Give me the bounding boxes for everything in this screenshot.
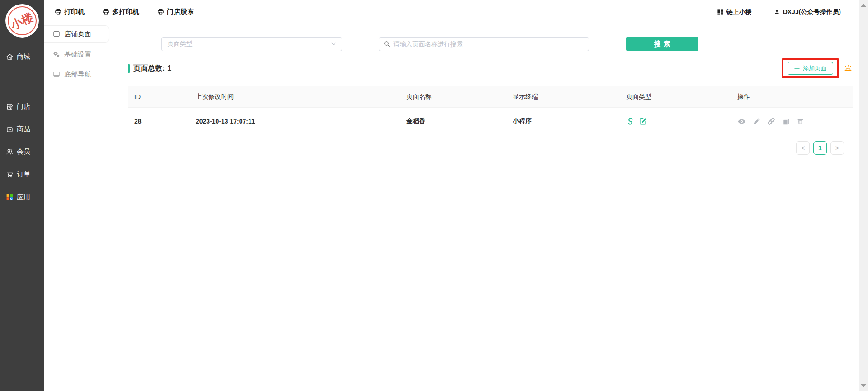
page-type-select[interactable]: 页面类型 [161,37,342,51]
sidebar-item-stores[interactable]: 门店 [0,95,44,118]
alarm-icon[interactable] [844,64,853,73]
store-switcher[interactable]: 链上小楼 [717,8,752,16]
main-content: 页面类型 搜索 [112,24,868,391]
prev-page-button[interactable]: < [796,141,810,155]
plus-icon [794,66,800,71]
search-input[interactable] [393,40,584,48]
page-total-summary: 页面总数: 1 [128,64,171,73]
printer-icon [157,9,164,15]
sidebar-item-label: 会员 [17,148,30,156]
browser-window-icon [53,30,60,38]
cell-updated: 2023-10-13 17:07:11 [189,118,400,125]
printer-icon [55,9,61,15]
user-name: DXJJ(公众号操作员) [783,8,841,16]
summary-label: 页面总数: [133,64,165,73]
search-button[interactable]: 搜索 [626,37,698,51]
cell-id: 28 [128,118,189,125]
brand-logo[interactable]: 小楼 [0,0,44,45]
topbar: 打印机 多打印机 门店股东 链上小楼 [44,0,868,24]
printer-icon [103,9,109,15]
submenu-item-shop-pages[interactable]: 店铺页面 [44,25,109,43]
gears-icon [53,51,60,58]
sidebar-item-members[interactable]: 会员 [0,140,44,163]
edit-pencil-icon[interactable] [753,118,760,125]
page-type-placeholder: 页面类型 [167,40,193,48]
miniprogram-icon[interactable] [626,117,635,126]
accent-bar [128,64,130,73]
cell-actions [731,117,853,126]
scroll-down-icon[interactable] [861,384,866,387]
table-row: 28 2023-10-13 17:07:11 金稻香 小程序 [128,108,853,135]
sidebar-item-apps[interactable]: 应用 [0,186,44,208]
topnav-item-label: 多打印机 [112,8,139,16]
sidebar-item-mall[interactable]: 商城 [0,45,44,68]
col-header-id: ID [128,93,189,100]
preview-eye-icon[interactable] [737,117,746,126]
sidebar-item-label: 门店 [17,102,30,111]
app-window: 小楼 商城 门店 商品 [0,0,868,391]
primary-nav: 商城 门店 商品 会员 [0,45,44,208]
logo-text: 小楼 [0,0,44,43]
logo-stamp-icon: 小楼 [5,4,39,38]
table-header-row: ID 上次修改时间 页面名称 显示终端 页面类型 操作 [128,86,853,108]
page-name-search[interactable] [379,37,589,51]
cell-page-type [620,117,731,126]
bottom-nav-icon [53,71,60,78]
add-page-button[interactable]: 添加页面 [788,62,833,75]
col-header-updated: 上次修改时间 [189,93,400,101]
topnav-item-printer[interactable]: 打印机 [55,8,85,16]
delete-trash-icon[interactable] [797,118,804,125]
search-icon [384,41,390,47]
chevron-down-icon [331,42,336,46]
apps-grid-icon [6,193,14,201]
col-header-name: 页面名称 [400,93,506,101]
submenu-item-label: 店铺页面 [64,30,91,38]
vertical-scrollbar[interactable] [859,0,868,391]
annotation-red-box: 添加页面 [782,58,839,78]
copy-icon[interactable] [782,118,790,125]
topnav-item-shareholder[interactable]: 门店股东 [157,8,194,16]
topnav-item-label: 门店股东 [167,8,194,16]
storefront-icon [6,103,14,110]
primary-sidebar: 小楼 商城 门店 商品 [0,0,44,391]
col-header-actions: 操作 [731,93,853,101]
summary-count: 1 [167,64,171,72]
cart-icon [6,171,14,178]
user-menu[interactable]: DXJJ(公众号操作员) [774,8,841,16]
members-icon [6,148,14,156]
pagination: < 1 > [128,141,853,155]
submenu-item-label: 基础设置 [64,50,91,59]
home-icon [6,53,14,61]
sidebar-item-label: 应用 [17,193,30,201]
col-header-type: 页面类型 [620,93,731,101]
topnav-item-label: 打印机 [64,8,85,16]
cell-terminal: 小程序 [506,117,620,125]
blocks-icon [717,9,724,15]
sidebar-item-label: 商品 [17,125,30,134]
submenu-item-bottom-nav[interactable]: 底部导航 [44,64,112,84]
secondary-sidebar: 店铺页面 基础设置 底部导航 [44,24,112,391]
sidebar-item-goods[interactable]: 商品 [0,118,44,140]
user-icon [774,9,780,15]
add-page-area: 添加页面 [782,58,853,78]
goods-bag-icon [6,125,14,133]
cell-name: 金稻香 [400,117,506,125]
filter-row: 页面类型 搜索 [161,37,853,51]
page-1-button[interactable]: 1 [813,141,827,155]
submenu-item-label: 底部导航 [64,70,91,79]
sidebar-item-label: 订单 [17,170,30,179]
link-icon[interactable] [767,117,775,125]
sidebar-item-orders[interactable]: 订单 [0,163,44,186]
add-page-label: 添加页面 [803,64,826,72]
store-name: 链上小楼 [726,8,752,16]
col-header-terminal: 显示终端 [506,93,620,101]
topnav-item-multi-printer[interactable]: 多打印机 [103,8,139,16]
submenu-item-basic-settings[interactable]: 基础设置 [44,44,112,64]
edit-square-icon[interactable] [639,117,647,125]
summary-row: 页面总数: 1 添加页面 [128,58,853,78]
sidebar-item-label: 商城 [17,52,30,61]
next-page-button[interactable]: > [830,141,844,155]
pages-table: ID 上次修改时间 页面名称 显示终端 页面类型 操作 28 2023-10-1… [128,86,853,135]
scroll-up-icon[interactable] [861,4,866,7]
